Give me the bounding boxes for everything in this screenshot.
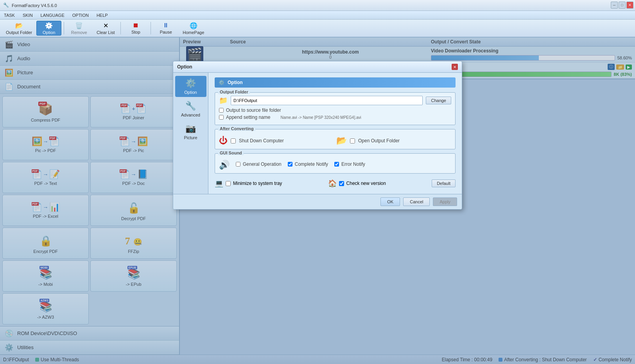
output-source-checkbox-row: Output to source file folder [219,108,451,113]
general-operation-checkbox[interactable] [236,162,240,167]
misc-row: 💻 Minimize to system tray 🏠 Check new ve… [215,178,456,189]
output-folder-row: 📁 Change [219,96,451,105]
output-folder-section-title: Output Folder [218,90,250,94]
gui-sound-section: GUI Sound 🔊 General Operation Complete N… [215,153,456,174]
check-version-row: 🏠 Check new version [328,179,386,188]
option-button[interactable]: ⚙️ Option [36,21,61,36]
menu-task[interactable]: TASK [2,12,16,18]
stop-button[interactable]: ⏹ Stop [123,21,148,36]
dialog-advanced-icon: 🔧 [185,101,196,111]
append-setting-label: Append setting name [226,115,270,120]
append-hint: Name.avi -> Name [PSP 320x240 MPEG4].avi [280,115,361,120]
dialog-footer: OK Cancel Apply [173,194,462,209]
error-notify-checkbox[interactable] [334,162,339,167]
output-folder-section: Output Folder 📁 Change Output to source … [215,92,456,125]
dialog-nav-option[interactable]: ⚙️ Option [175,76,206,97]
default-button[interactable]: Default [432,179,456,187]
open-output-label: Open Output Folder [358,138,400,143]
check-version-label: Check new version [346,181,386,186]
option-label: Option [43,30,55,35]
option-content-header: ⚙️ Option [215,77,456,88]
after-converting-title: After Converting [218,126,255,131]
general-operation-row: General Operation [236,161,282,167]
after-convert-grid: ⏻ Shut Down Computer 📂 Open Output Folde… [219,136,451,146]
after-converting-section: After Converting ⏻ Shut Down Computer 📂 … [215,129,456,149]
pause-label: Pause [160,30,172,34]
window-controls: ─ □ ✕ [611,2,633,9]
open-output-icon: 📂 [336,136,347,146]
remove-label: Remove [71,30,87,35]
app-title: FormatFactory V4.5.6.0 [12,3,632,8]
dialog-picture-label: Picture [184,135,197,140]
dialog-sidebar: ⚙️ Option 🔧 Advanced 📷 Picture [173,73,208,194]
toolbar: 📂 Output Folder ⚙️ Option 🗑️ Remove ✕ Cl… [0,20,635,38]
gui-sound-title: GUI Sound [218,151,244,155]
title-bar: 🔧 FormatFactory V4.5.6.0 ─ □ ✕ [0,0,635,11]
check-version-icon: 🏠 [328,179,337,188]
open-output-checkbox[interactable] [350,138,355,143]
folder-path-input[interactable] [231,96,423,105]
homepage-button[interactable]: 🌐 HomePage [180,21,207,36]
menu-bar: TASK SKIN LANGUAGE OPTION HELP [0,11,635,20]
maximize-button[interactable]: □ [619,2,626,9]
system-tray-icon: 💻 [215,179,223,188]
option-icon: ⚙️ [45,22,53,29]
remove-button[interactable]: 🗑️ Remove [66,21,91,36]
shutdown-label: Shut Down Computer [239,138,284,143]
homepage-label: HomePage [183,30,204,35]
dialog-picture-icon: 📷 [185,124,196,134]
dialog-nav-picture[interactable]: 📷 Picture [175,121,206,142]
option-dialog: Option ✕ ⚙️ Option 🔧 Advanced 📷 Picture [173,61,462,210]
append-setting-checkbox[interactable] [219,115,224,120]
complete-notify-checkbox[interactable] [288,162,292,167]
output-source-checkbox[interactable] [219,108,224,113]
folder-yellow-icon: 📁 [219,96,228,105]
option-header-icon: ⚙️ [219,80,224,85]
cancel-button[interactable]: Cancel [403,197,430,206]
general-operation-label: General Operation [243,161,282,167]
toolbar-separator-1 [64,22,64,34]
system-tray-checkbox[interactable] [226,181,231,186]
option-header-label: Option [228,80,243,85]
output-source-label: Output to source file folder [226,108,281,113]
change-folder-button[interactable]: Change [426,97,451,104]
dialog-option-label: Option [184,90,197,95]
sound-icon: 🔊 [219,160,230,170]
complete-notify-label: Complete Notify [295,161,328,167]
app-icon: 🔧 [3,2,9,9]
complete-notify-row: Complete Notify [288,161,328,167]
clear-list-icon: ✕ [102,22,109,29]
dialog-option-icon: ⚙️ [185,78,196,88]
minimize-button[interactable]: ─ [611,2,618,9]
menu-skin[interactable]: SKIN [21,12,34,18]
ok-button[interactable]: OK [380,197,400,206]
shutdown-icon: ⏻ [219,136,228,146]
apply-button[interactable]: Apply [433,197,457,206]
pause-icon: ⏸ [162,22,170,29]
stop-label: Stop [131,30,140,34]
clear-list-button[interactable]: ✕ Clear List [93,21,118,36]
dialog-close-button[interactable]: ✕ [452,64,458,70]
shutdown-checkbox[interactable] [231,138,236,143]
check-version-checkbox[interactable] [339,181,344,186]
pause-button[interactable]: ⏸ Pause [153,21,178,36]
menu-help[interactable]: HELP [95,12,109,18]
error-notify-label: Error Notify [341,161,365,167]
close-button[interactable]: ✕ [626,2,633,9]
menu-language[interactable]: LANGUAGE [39,12,66,18]
output-folder-label: Output Folder [6,30,32,35]
toolbar-separator-3 [151,22,151,34]
dialog-advanced-label: Advanced [181,113,200,117]
dialog-nav-advanced[interactable]: 🔧 Advanced [175,99,206,120]
folder-icon: 📂 [15,22,23,29]
dialog-overlay: Option ✕ ⚙️ Option 🔧 Advanced 📷 Picture [0,38,635,364]
output-folder-button[interactable]: 📂 Output Folder [3,21,35,36]
append-setting-checkbox-row: Append setting name Name.avi -> Name [PS… [219,115,451,120]
system-tray-row: 💻 Minimize to system tray [215,179,282,188]
toolbar-separator-2 [120,22,121,34]
menu-option[interactable]: OPTION [71,12,90,18]
dialog-title: Option [177,64,192,70]
dialog-titlebar: Option ✕ [173,61,462,73]
system-tray-label: Minimize to system tray [233,181,282,186]
dialog-content: ⚙️ Option Output Folder 📁 Change Output … [208,73,462,194]
